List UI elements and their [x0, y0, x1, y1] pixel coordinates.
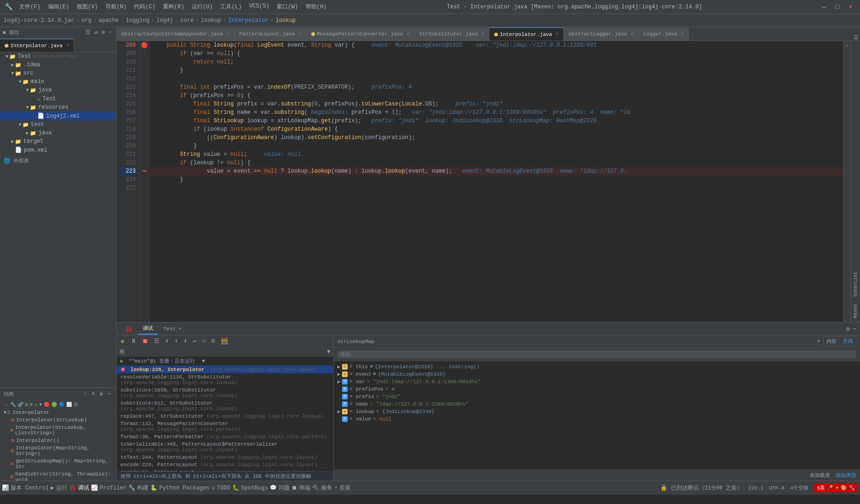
spotbugs-btn[interactable]: 🐛 SpotBugs [232, 484, 268, 491]
struct-btn5[interactable]: ⊕ [30, 402, 33, 407]
tab-abstract-logger[interactable]: AbstractLogger.java × [564, 28, 638, 41]
vars-search-input[interactable] [337, 350, 856, 358]
tab-close-btn[interactable]: × [66, 43, 69, 48]
tab-close[interactable]: × [407, 32, 410, 37]
struct-btn9[interactable]: 🟢 [51, 402, 57, 407]
struct-btn3[interactable]: 🔗 [18, 402, 23, 407]
tree-item-idea[interactable]: ▶ 📁 .idea [0, 61, 116, 69]
sort-type-btn[interactable]: ≡ [90, 390, 96, 399]
tree-item-java-test[interactable]: ▶ 📁 java [0, 129, 116, 137]
var-prefixpos[interactable]: ▶ = = prefixPos = 4 [336, 385, 858, 393]
add-type-btn[interactable]: 添加类型 [836, 472, 856, 479]
solution-label[interactable]: SonarLint [852, 268, 859, 301]
var-name-var[interactable]: ▶ = = name = "ldap://127.0.0.1:1389/0910… [336, 400, 858, 408]
tab-pattern-layout[interactable]: PatternLayout.java × [235, 28, 307, 41]
frame-8[interactable]: toText:244, PatternLayout (org.apache.lo… [117, 454, 333, 461]
breadcrumb-interpolator[interactable]: Interpolator [228, 17, 268, 24]
add-class-btn[interactable]: 未加载类 [810, 472, 830, 479]
breadcrumb-apache[interactable]: apache [98, 17, 119, 24]
struct-btn6[interactable]: ☑ [35, 402, 37, 407]
close-panel-btn[interactable]: — [853, 325, 856, 332]
struct-method-2[interactable]: m Interpolator(StrLookup, List<String>) [0, 424, 116, 437]
struct-btn8[interactable]: 🔴 [44, 402, 49, 407]
tree-item-main[interactable]: ▼ 📁 main [0, 77, 116, 86]
python-packages-btn[interactable]: 🐍 Python Packages [150, 484, 210, 491]
settings-icon[interactable]: ⚙ [846, 325, 850, 333]
menu-file[interactable]: 文件(F) [16, 2, 43, 12]
tab-close[interactable]: × [482, 32, 484, 37]
struct-method-4[interactable]: m Interpolator(Map<String, String>) [0, 444, 116, 457]
calc-btn[interactable]: 🧮 [219, 336, 230, 346]
frame-3[interactable]: substitute:912, StrSubstitutor (org.apac… [117, 399, 333, 413]
open-view-btn[interactable]: 开局 [840, 337, 856, 346]
tree-item-src[interactable]: ▼ 📁 src [0, 69, 116, 77]
tab-close[interactable]: × [631, 32, 634, 37]
menu-window[interactable]: 窗口(W) [274, 2, 301, 12]
frame-6[interactable]: format:38, PatternFormatter (org.apache.… [117, 433, 333, 441]
stop-btn[interactable]: ⏹ [140, 337, 150, 346]
tab-str-substitutor[interactable]: StrSubstitutor.java × [415, 28, 489, 41]
frame-7[interactable]: toSerializable:345, PatternLayout$Patter… [117, 441, 333, 454]
run-btn[interactable]: ▶ 运行 [51, 484, 67, 492]
tree-item-test-src[interactable]: ▼ 📁 test [0, 120, 116, 129]
pause-btn[interactable]: ⏸ [129, 337, 139, 346]
struct-method-5[interactable]: m getStrLookupMap(): Map<String, Str [0, 457, 116, 470]
code-lines[interactable]: public String lookup(final LogEvent even… [149, 41, 843, 322]
tree-item-log4j2[interactable]: ▶ 📄 log4j2.xml [0, 112, 116, 120]
breadcrumb-logging[interactable]: logging [126, 17, 149, 24]
menu-run[interactable]: 运行(U) [189, 2, 216, 12]
force-btn[interactable]: ⊡ [210, 336, 217, 346]
expand-all-btn[interactable]: ⚙ [98, 390, 105, 399]
menu-refactor[interactable]: 重构(R) [160, 2, 187, 12]
ime-mic[interactable]: 🎤 [827, 485, 833, 491]
frame-selected[interactable]: ⏹ lookup:226, Interpolator (org.apache.l… [117, 365, 333, 373]
breadcrumb-method[interactable]: lookup [276, 17, 296, 24]
menu-tools[interactable]: 工具(L) [217, 2, 245, 12]
struct-btn2[interactable]: 🔧 [10, 402, 16, 407]
tab-message-pattern[interactable]: MessagePatternConverter.java × [307, 28, 415, 41]
tab-debug[interactable]: 调试 [138, 323, 158, 335]
maximize-button[interactable]: □ [832, 2, 842, 12]
tab-overflow-btn[interactable]: ☰ [853, 35, 858, 41]
resume-btn[interactable]: ▶ [119, 336, 127, 346]
postwoman-btn[interactable]: ⚡ 后观 [334, 484, 350, 492]
menu-help[interactable]: 帮助(H) [303, 2, 330, 12]
tab-logger[interactable]: Logger.java × [639, 28, 689, 41]
todo-btn[interactable]: ☑ TODO [211, 484, 230, 491]
frame-5[interactable]: format:132, MessagePatternConverter (org… [117, 420, 333, 433]
services-btn[interactable]: 🔌 服务 [312, 484, 332, 492]
tree-item-java-main[interactable]: ▼ 📁 java [0, 86, 116, 94]
close-button[interactable]: × [846, 2, 855, 12]
filter-btn[interactable]: ▼ [327, 349, 330, 355]
breakpoint-223-current[interactable]: ⮕ [140, 167, 149, 175]
struct-btn1[interactable]: ↑↓ [3, 402, 8, 407]
collapse-all-btn[interactable]: — [106, 390, 112, 399]
breadcrumb-org[interactable]: org [81, 17, 91, 24]
debug-icon-btn[interactable]: 🐞 [120, 323, 137, 335]
ime-tools[interactable]: 🔧 [849, 485, 855, 491]
var-value[interactable]: ▶ = = value = null [336, 415, 858, 423]
view-btn[interactable]: ☰ [152, 336, 161, 346]
sidebar-settings-btn[interactable]: ⚙ [100, 28, 106, 37]
tree-item-test[interactable]: ▼ 📁 Test D:\Download\Test [0, 52, 116, 61]
content-view-btn[interactable]: 内容 [824, 337, 840, 346]
struct-btn12[interactable]: ☰ [74, 402, 78, 407]
breadcrumb-log4j[interactable]: log4j [156, 17, 173, 24]
tab-interpolator[interactable]: Interpolator.java × [0, 39, 74, 52]
var-this[interactable]: ▶ ○ = this = {Interpolator@2320} ... toS… [336, 363, 858, 371]
tab-close[interactable]: × [227, 32, 230, 37]
tree-item-target[interactable]: ▶ 📁 target [0, 137, 116, 146]
var-event[interactable]: ▶ ○ = event = {MutableLogEvent@1935} [336, 371, 858, 378]
tab-interpolator[interactable]: Interpolator.java × [489, 28, 564, 41]
sidebar-hide-btn[interactable]: — [107, 28, 113, 37]
struct-method-6[interactable]: m handleError(String, Throwable): void [0, 470, 116, 481]
menu-vcs[interactable]: VCS(S) [246, 2, 272, 12]
tab-test[interactable]: Test × [159, 324, 187, 334]
ime-skin[interactable]: 🎨 [840, 485, 847, 491]
var-var[interactable]: ▶ = = var = "jndi:ldap://127.0.0.1:1389/… [336, 378, 858, 385]
down2-btn[interactable]: ⬇ [182, 336, 189, 346]
breakpoint-208[interactable]: 🔴 [140, 41, 149, 49]
profiler-btn[interactable]: 📈 Profiler [91, 484, 127, 491]
struct-btn11[interactable]: ⬜ [66, 402, 72, 407]
frame-2[interactable]: substitute:1038, StrSubstitutor (org.apa… [117, 386, 333, 399]
